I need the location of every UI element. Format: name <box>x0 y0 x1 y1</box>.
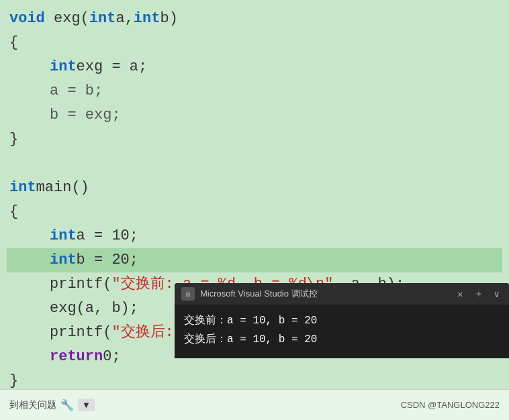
status-left-text: 到相关问题 <box>9 399 56 411</box>
terminal-output-1: 交换前：a = 10, b = 20 <box>184 311 500 330</box>
code-line-16: } <box>7 369 502 389</box>
code-line-3: int exg = a; <box>7 55 502 79</box>
fn-exg: exg( <box>54 7 89 31</box>
status-left: 到相关问题 🔧 ▼ <box>9 399 95 411</box>
terminal-icon: ⊞ <box>181 287 195 301</box>
terminal-chevron-btn[interactable]: ∨ <box>492 288 502 300</box>
keyword-void: void <box>9 7 45 31</box>
code-line-5: b = exg; <box>7 103 502 127</box>
code-line-4: a = b; <box>7 79 502 103</box>
status-right: CSDN @TANGLONG222 <box>401 400 500 410</box>
terminal-add-btn[interactable]: ＋ <box>471 288 486 300</box>
terminal-panel: ⊞ Microsoft Visual Studio 调试控 ✕ ＋ ∨ 交换前：… <box>175 283 509 358</box>
arrow-button[interactable]: ▼ <box>78 399 95 411</box>
code-line-11: int b = 20; <box>7 248 502 272</box>
terminal-title: Microsoft Visual Studio 调试控 <box>200 288 449 300</box>
terminal-titlebar: ⊞ Microsoft Visual Studio 调试控 ✕ ＋ ∨ <box>175 283 509 305</box>
terminal-output-2: 交换后：a = 10, b = 20 <box>184 330 500 349</box>
code-line-7 <box>7 152 502 176</box>
terminal-body: 交换前：a = 10, b = 20 交换后：a = 10, b = 20 <box>175 305 509 358</box>
editor-area: void exg(int a, int b) { int exg = a; a … <box>0 0 509 389</box>
status-bar: 到相关问题 🔧 ▼ CSDN @TANGLONG222 <box>0 389 509 420</box>
code-line-9: { <box>7 200 502 224</box>
code-line-8: int main() <box>7 176 502 200</box>
emoji-icon: 🔧 <box>60 399 74 411</box>
code-line-1: void exg(int a, int b) <box>7 7 502 31</box>
terminal-close-btn[interactable]: ✕ <box>455 288 465 300</box>
code-line-10: int a = 10; <box>7 224 502 248</box>
code-line-6: } <box>7 127 502 152</box>
code-line-2: { <box>7 31 502 55</box>
